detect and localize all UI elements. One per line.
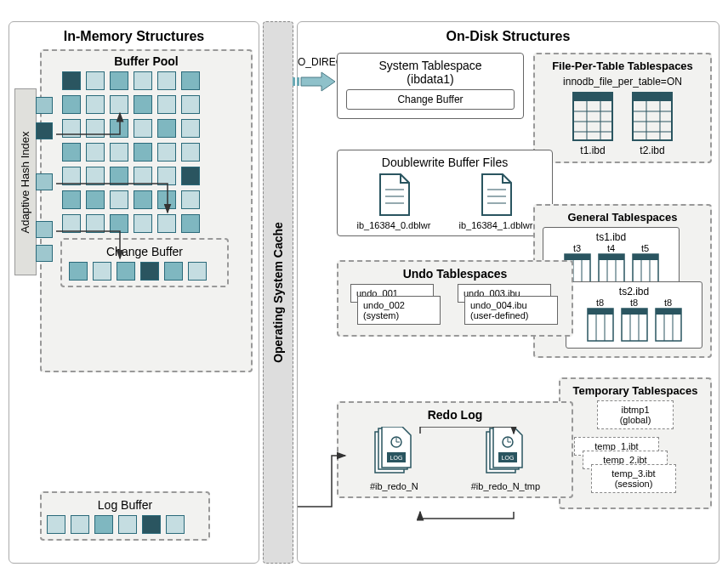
table-icon — [572, 91, 614, 142]
buffer-pool-title: Buffer Pool — [47, 54, 246, 68]
os-cache-label: Operating System Cache — [271, 222, 285, 363]
table-icon — [655, 308, 682, 342]
doublewrite-buffer-files: Doublewrite Buffer Files ib_16384_0.dblw… — [337, 150, 553, 236]
table-icon — [587, 308, 614, 342]
fpt-setting: innodb_file_per_table=ON — [540, 76, 705, 88]
change-buffer: Change Buffer — [60, 238, 229, 287]
svg-text:LOG: LOG — [390, 455, 403, 461]
dbw-file: ib_16384_1.dblwr — [459, 173, 533, 230]
hash-cell — [36, 122, 53, 139]
log-file-icon: LOG — [483, 427, 527, 479]
temp-session: temp_1.ibt temp_2.ibt temp_3.ibt (sessio… — [566, 434, 705, 502]
buffer-pool: Buffer Pool Change Buffer — [40, 49, 253, 372]
hash-cell — [36, 97, 53, 114]
svg-text:LOG: LOG — [502, 455, 515, 461]
file-icon — [477, 173, 515, 218]
in-memory-section: In-Memory Structures Adaptive Hash Index… — [9, 21, 259, 564]
system-change-buffer: Change Buffer — [346, 89, 515, 110]
table-icon — [631, 91, 674, 142]
redo-log: Redo Log LOG #ib_redo_N LOG #ib_redo_N_t… — [337, 401, 573, 498]
svg-rect-32 — [633, 254, 658, 260]
svg-rect-4 — [573, 93, 612, 101]
log-buffer-title: Log Buffer — [47, 498, 203, 512]
table-icon — [621, 308, 648, 342]
dbw-title: Doublewrite Buffer Files — [343, 156, 547, 169]
svg-rect-1 — [293, 77, 295, 86]
file-per-table-tablespaces: File-Per-Table Tablespaces innodb_file_p… — [533, 53, 712, 163]
redo-file: LOG #ib_redo_N_tmp — [471, 427, 540, 491]
gen-group: ts2.ibd t8 t8 t8 — [566, 281, 702, 349]
undo-system: undo_001 undo_002 (system) — [350, 284, 452, 330]
adaptive-hash-label: Adaptive Hash Index — [20, 131, 32, 233]
fpt-title: File-Per-Table Tablespaces — [540, 60, 705, 72]
on-disk-section: On-Disk Structures O_DIRECT System Table… — [297, 21, 719, 564]
redo-title: Redo Log — [344, 408, 566, 422]
hash-cell — [36, 173, 53, 190]
log-buffer: Log Buffer — [40, 491, 210, 541]
temporary-tablespaces: Temporary Tablespaces ibtmp1 (global) te… — [559, 377, 712, 509]
svg-rect-40 — [622, 309, 647, 315]
o-direct-arrow-icon — [293, 71, 335, 92]
redo-file: LOG #ib_redo_N — [370, 427, 418, 491]
temp-title: Temporary Tablespaces — [566, 384, 705, 397]
file-icon — [375, 173, 412, 218]
dbw-file: ib_16384_0.dblwr — [357, 173, 431, 230]
svg-rect-44 — [656, 309, 681, 315]
svg-rect-24 — [565, 254, 590, 260]
log-file-icon: LOG — [372, 427, 416, 479]
on-disk-title: On-Disk Structures — [304, 29, 712, 44]
system-tablespace-title: System Tablespace (ibdata1) — [343, 59, 518, 86]
undo-user: undo_003.ibu undo_004.ibu (user-defined) — [458, 284, 560, 330]
fpt-file: t2.ibd — [631, 91, 674, 156]
undo-tablespaces: Undo Tablespaces undo_001 undo_002 (syst… — [337, 260, 573, 337]
svg-rect-28 — [599, 254, 624, 260]
hash-cell — [36, 245, 53, 262]
gen-ts-title: General Tablespaces — [540, 211, 705, 224]
fpt-file: t1.ibd — [572, 91, 614, 156]
svg-rect-2 — [297, 77, 299, 86]
temp-global: ibtmp1 (global) — [597, 400, 674, 429]
undo-title: Undo Tablespaces — [344, 267, 566, 281]
adaptive-hash-index: Adaptive Hash Index — [14, 88, 37, 275]
svg-rect-36 — [588, 309, 613, 315]
svg-rect-11 — [633, 93, 672, 101]
os-cache: Operating System Cache — [263, 21, 293, 564]
change-buffer-title: Change Buffer — [67, 245, 222, 258]
in-memory-title: In-Memory Structures — [16, 29, 252, 44]
system-tablespace: System Tablespace (ibdata1) Change Buffe… — [337, 53, 524, 119]
hash-cell — [36, 221, 53, 238]
